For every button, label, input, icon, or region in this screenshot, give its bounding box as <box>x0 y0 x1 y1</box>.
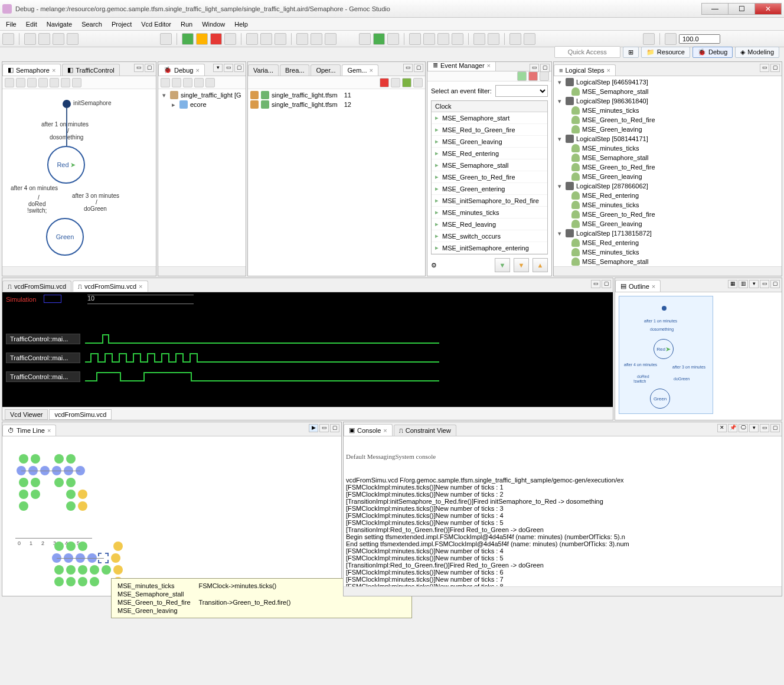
logical-step-group[interactable]: ▾LogicalStep [986361840] <box>556 96 779 106</box>
tl-dot[interactable] <box>54 454 64 464</box>
menu-run[interactable]: Run <box>176 19 197 30</box>
logical-step-item[interactable]: MSE_minutes_ticks <box>556 143 779 153</box>
tl-dot[interactable] <box>66 490 76 499</box>
step-return-button[interactable] <box>275 33 286 45</box>
view-menu-button[interactable]: ▾ <box>749 280 759 288</box>
view-menu-button[interactable]: ▾ <box>749 424 759 432</box>
disconnect-button[interactable] <box>224 33 236 45</box>
minimize-button[interactable]: — <box>701 3 729 15</box>
annotation-next-button[interactable] <box>488 33 499 45</box>
logical-step-group[interactable]: ▾LogicalStep [1713815872] <box>556 229 779 238</box>
tab-outline[interactable]: ▤Outline× <box>615 280 661 292</box>
open-perspective-button[interactable]: ⊞ <box>623 47 639 58</box>
filter-button[interactable] <box>311 33 322 45</box>
step-into-button[interactable] <box>246 33 258 45</box>
tl-dot[interactable] <box>31 454 40 464</box>
minimize-view-button[interactable]: ▭ <box>760 64 769 72</box>
tl-dot[interactable] <box>31 478 40 487</box>
menu-project[interactable]: Project <box>107 19 136 30</box>
open-type-button[interactable] <box>437 33 449 45</box>
clock-item[interactable]: ▸MSE_Semaphore_start <box>432 112 547 124</box>
toolbar-btn[interactable]: ▥ <box>739 280 748 288</box>
menu-window[interactable]: Window <box>197 19 230 30</box>
resume-button[interactable] <box>182 33 194 45</box>
suspend-button[interactable] <box>196 33 208 45</box>
minimize-view-button[interactable]: ▭ <box>760 280 769 288</box>
back-button[interactable] <box>509 33 521 45</box>
step-over-button[interactable] <box>260 33 272 45</box>
tl-dot[interactable] <box>111 553 120 563</box>
tl-dot[interactable] <box>19 454 28 464</box>
save-button[interactable] <box>24 33 36 45</box>
thread-button[interactable] <box>325 33 337 45</box>
perspective-resource[interactable]: 📁Resource <box>641 47 690 58</box>
menu-file[interactable]: File <box>1 19 21 30</box>
display-button[interactable]: 🖵 <box>739 424 748 432</box>
minimize-view-button[interactable]: ▭ <box>760 424 769 432</box>
tab-logical-steps[interactable]: ≡Logical Steps× <box>554 64 616 76</box>
clear-button[interactable]: ✕ <box>717 424 727 432</box>
tl-dot[interactable] <box>90 565 99 575</box>
waveform-canvas[interactable]: Simulation 10 TrafficControl::mai... Tra… <box>2 292 613 407</box>
logical-step-item[interactable]: MSE_Green_leaving <box>556 125 779 134</box>
maximize-view-button[interactable]: ▢ <box>234 64 244 72</box>
pin-button[interactable]: 📌 <box>728 424 737 432</box>
maximize-view-button[interactable]: ▢ <box>770 424 780 432</box>
menu-navigate[interactable]: Navigate <box>42 19 77 30</box>
undo-button[interactable] <box>160 33 172 45</box>
tl-dot[interactable] <box>78 490 87 499</box>
minimize-view-button[interactable]: ▭ <box>134 64 143 72</box>
tab-timeline[interactable]: ⏱Time Line× <box>2 425 56 436</box>
clock-item[interactable]: ▸MSE_Semaphore_stall <box>432 159 547 171</box>
maximize-view-button[interactable]: ▢ <box>540 64 550 72</box>
tab-gemoc[interactable]: Gem...× <box>342 64 378 76</box>
gear-icon[interactable]: ⚙ <box>431 262 437 269</box>
state-red[interactable]: Red➤ <box>47 146 85 184</box>
clock-item[interactable]: ▸MSE_initSemaphore_entering <box>432 242 547 254</box>
logical-step-item[interactable]: MSE_minutes_ticks <box>556 247 779 257</box>
tl-dot[interactable] <box>66 501 76 511</box>
search-button[interactable] <box>452 33 463 45</box>
close-icon[interactable]: × <box>606 67 610 74</box>
clock-item[interactable]: ▸MSE_initSemaphore_to_Red_fire <box>432 195 547 207</box>
zoom-out-icon[interactable] <box>643 33 655 45</box>
maximize-view-button[interactable]: ▢ <box>602 280 611 288</box>
logical-step-item[interactable]: MSE_Green_to_Red_fire <box>556 162 779 172</box>
minimize-view-button[interactable]: ▭ <box>591 280 600 288</box>
view-menu-button[interactable] <box>413 78 423 87</box>
maximize-view-button[interactable]: ▢ <box>414 64 423 72</box>
play-button[interactable] <box>517 71 527 81</box>
clock-item[interactable]: ▸MSE_Red_leaving <box>432 218 547 230</box>
new-class-button[interactable] <box>423 33 435 45</box>
tl-dot[interactable] <box>90 577 99 586</box>
column-header[interactable]: Clock <box>432 101 547 112</box>
list-item[interactable]: single_traffic_light.tfsm 11 <box>250 90 423 100</box>
menu-edit[interactable]: Edit <box>21 19 42 30</box>
palette-btn-1[interactable] <box>5 78 14 87</box>
maximize-view-button[interactable]: ▢ <box>145 64 154 72</box>
menu-help[interactable]: Help <box>230 19 253 30</box>
toolbar-btn[interactable] <box>194 78 204 87</box>
down-green-button[interactable]: ▼ <box>495 258 510 272</box>
clock-item[interactable]: ▸MSE_Red_to_Green_fire <box>432 124 547 136</box>
tl-dot[interactable] <box>113 565 123 575</box>
toggle-button[interactable] <box>402 78 411 87</box>
palette-btn-2[interactable] <box>16 78 25 87</box>
tl-dot[interactable] <box>31 490 40 499</box>
close-icon[interactable]: × <box>652 283 655 290</box>
maximize-view-button[interactable]: ▢ <box>330 424 339 432</box>
tl-dot[interactable] <box>54 542 64 551</box>
tab-trafficcontrol[interactable]: ◧TrafficControl <box>62 64 119 76</box>
tl-dot[interactable] <box>54 478 64 487</box>
tab-variables[interactable]: Varia... <box>248 64 279 76</box>
forward-button[interactable] <box>524 33 535 45</box>
annotation-prev-button[interactable] <box>473 33 485 45</box>
logical-step-item[interactable]: MSE_Red_entering <box>556 191 779 200</box>
logical-step-item[interactable]: MSE_minutes_ticks <box>556 106 779 115</box>
bottom-tab-file[interactable]: vcdFromSimu.vcd <box>49 409 112 420</box>
minimize-view-button[interactable]: ▭ <box>319 424 329 432</box>
toolbar-btn[interactable] <box>391 78 400 87</box>
gemoc-list[interactable]: single_traffic_light.tfsm 11 single_traf… <box>248 89 425 276</box>
tl-dot[interactable] <box>66 542 76 551</box>
h-scrollbar[interactable] <box>2 266 156 276</box>
